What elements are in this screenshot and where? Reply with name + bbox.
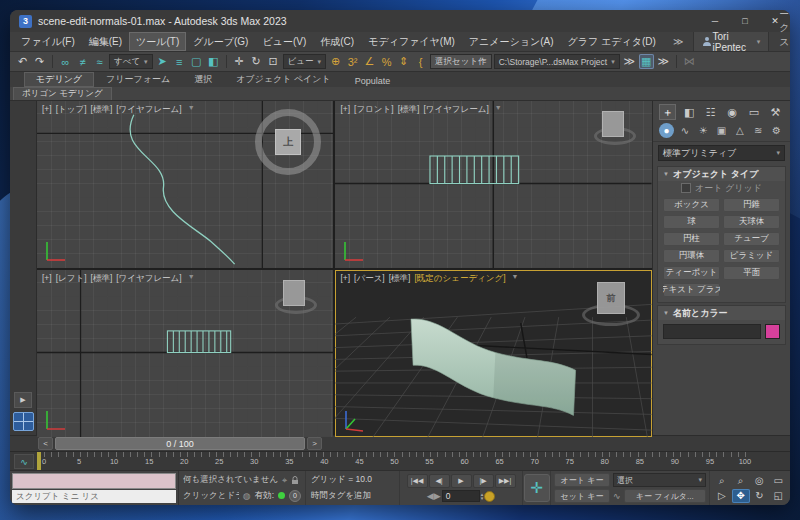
named-selection-set-field[interactable]: 選択セット作 [430,54,492,69]
maximize-button[interactable]: □ [730,10,760,32]
select-by-name-icon[interactable]: ≡ [172,54,187,69]
next-frame-icon[interactable]: |▶ [473,474,494,488]
create-tab-icon[interactable]: ＋ [659,104,676,120]
reference-coordinate-dropdown[interactable]: ビュー ▾ [283,54,326,69]
menu-item[interactable]: グラフ エディタ(D) [561,32,663,51]
auto-key-button[interactable]: オート キー [554,473,610,487]
viewcube[interactable] [594,111,634,149]
track-bar[interactable]: ∿ 05101520253035404550556065707580859095… [10,451,790,470]
orbit-icon[interactable]: ↻ [751,489,769,503]
selection-filter-dropdown[interactable]: すべて ▾ [109,54,153,69]
viewport-menu-shading[interactable]: [ワイヤフレーム] [116,273,181,285]
primitive-button[interactable]: ボックス [663,198,720,212]
primitive-button[interactable]: ピラミッド [723,249,780,263]
viewport-filter-icon[interactable]: ▼ [495,104,502,116]
create-key-button[interactable]: ✛ [524,474,550,502]
previous-frame-arrow[interactable]: < [38,437,53,450]
viewport-top[interactable]: [+] [トップ] [標準] [ワイヤフレーム] ▼ 上 [37,101,333,268]
unlink-selection-icon[interactable]: ≠ [75,54,90,69]
spinner-snap-icon[interactable]: ⇕ [396,54,411,69]
percent-snap-icon[interactable]: % [379,54,394,69]
object-color-swatch[interactable] [765,324,780,339]
viewport-menu-shading[interactable]: [ワイヤフレーム] [423,104,488,116]
maximize-viewport-icon[interactable]: ◱ [769,489,787,503]
ribbon-tab[interactable]: モデリング [24,72,94,87]
primitive-button[interactable]: 平面 [723,266,780,280]
isolate-selection-icon[interactable]: ⌖ [282,475,287,486]
menu-item[interactable]: 編集(E) [82,32,129,51]
track-bar-ruler[interactable]: 0510152025303540455055606570758085909510… [37,452,752,470]
viewport-menu-view[interactable]: [レフト] [56,273,87,285]
primitive-button[interactable]: テキスト プラス [663,283,720,297]
select-object-icon[interactable]: ➤ [155,54,170,69]
toolbar-overflow-icon[interactable]: ≫ [656,54,671,69]
field-of-view-icon[interactable]: ▷ [713,489,731,503]
window-crossing-icon[interactable]: ◧ [206,54,221,69]
zoom-extents-icon[interactable]: ◎ [751,474,769,488]
cameras-icon[interactable]: ▣ [714,123,729,138]
ribbon-tab[interactable]: オブジェクト ペイント [224,72,343,87]
mini-curve-editor-button[interactable]: ∿ [14,454,34,469]
adaptive-degradation-icon[interactable]: ◍ [243,491,251,501]
angle-snap-icon[interactable]: ∠ [362,54,377,69]
previous-frame-icon[interactable]: ◀| [429,474,450,488]
selection-lock-icon[interactable] [291,476,299,485]
primitive-button[interactable]: 球 [663,215,720,229]
ribbon-tab[interactable]: フリーフォーム [94,72,182,87]
viewport-menu-view[interactable]: [トップ] [56,104,87,116]
signin-user-button[interactable]: Tori iPentec ▾ [693,32,769,51]
viewport-menu-view[interactable]: [フロント] [354,104,394,116]
primitive-button[interactable]: チューブ [723,232,780,246]
viewcube-front-face[interactable]: 前 [597,282,625,314]
viewport-menu-standard[interactable]: [標準] [91,104,113,116]
viewport-filter-icon[interactable]: ▼ [188,273,195,285]
viewport-left[interactable]: [+] [レフト] [標準] [ワイヤフレーム] ▼ [37,270,333,437]
viewcube[interactable] [275,280,315,318]
viewport-menu-view[interactable]: [パース] [354,273,385,285]
viewport-menu-plus[interactable]: [+] [42,104,52,116]
name-color-rollout-header[interactable]: ▼ 名前とカラー [658,306,785,320]
viewport-filter-icon[interactable]: ▼ [512,273,519,285]
viewport-menu-standard[interactable]: [標準] [91,273,113,285]
display-tab-icon[interactable]: ▭ [745,104,762,120]
set-key-button[interactable]: セット キー [554,489,610,503]
primitive-button[interactable]: 円環体 [663,249,720,263]
frame-spinner[interactable]: ▴ ▾ [481,492,484,500]
viewcube[interactable]: 前 [582,282,638,328]
viewport-menu-standard[interactable]: [標準] [389,273,411,285]
time-slider-handle[interactable]: 0 / 100 [55,437,305,450]
viewcube-front-face[interactable] [602,111,624,137]
menu-item[interactable]: 作成(C) [313,32,361,51]
new-key-filter-icon[interactable]: ∿ [613,491,621,501]
current-frame-input[interactable]: 0 [442,490,480,502]
zoom-region-icon[interactable]: ▭ [769,474,787,488]
macro-recorder-pane[interactable] [12,473,176,489]
autogrid-checkbox[interactable] [681,183,691,193]
primitive-button[interactable]: 円柱 [663,232,720,246]
menu-item[interactable]: ツール(T) [129,32,186,51]
space-warps-icon[interactable]: ≋ [751,123,766,138]
key-mode-dropdown[interactable]: 選択 ▾ [613,473,706,487]
viewport-filter-icon[interactable]: ▼ [188,104,195,116]
pan-view-icon[interactable]: ✥ [732,489,750,503]
notification-count-badge[interactable]: 0 [289,490,301,502]
select-and-move-icon[interactable]: ✛ [232,54,247,69]
viewcube-top-face[interactable]: 上 [275,129,301,155]
undo-icon[interactable]: ↶ [15,54,30,69]
viewport-menu-plus[interactable]: [+] [340,104,350,116]
ribbon-tab[interactable]: Populate [343,75,403,87]
lights-icon[interactable]: ☀ [696,123,711,138]
helpers-icon[interactable]: △ [732,123,747,138]
mirror-icon[interactable]: ⋈ [682,54,697,69]
hierarchy-tab-icon[interactable]: ☷ [702,104,719,120]
select-and-scale-icon[interactable]: ⊡ [266,54,281,69]
key-mode-toggle-icon[interactable] [484,491,495,502]
viewport-menu-shading[interactable]: [ワイヤフレーム] [116,104,181,116]
primitive-button[interactable]: 円錐 [723,198,780,212]
minimize-button[interactable]: ─ [700,10,730,32]
select-and-link-icon[interactable]: ∞ [58,54,73,69]
next-frame-arrow[interactable]: > [307,437,322,450]
menu-item[interactable]: ファイル(F) [14,32,82,51]
menu-item[interactable]: アニメーション(A) [462,32,561,51]
add-time-tag-button[interactable]: 時間タグを追加 [311,490,399,502]
